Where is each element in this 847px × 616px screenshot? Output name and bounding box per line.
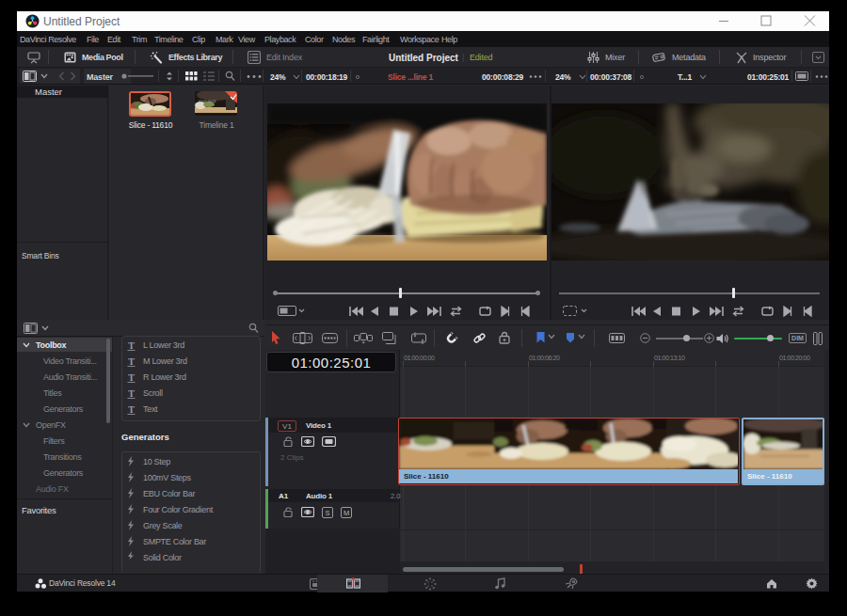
svg-text:T: T [128,404,135,415]
svg-text:01:00:00:00: 01:00:00:00 [199,100,216,103]
svg-text:T: T [128,340,135,351]
svg-text:T: T [128,356,135,367]
svg-text:T: T [128,388,135,399]
svg-text:T: T [128,372,135,383]
